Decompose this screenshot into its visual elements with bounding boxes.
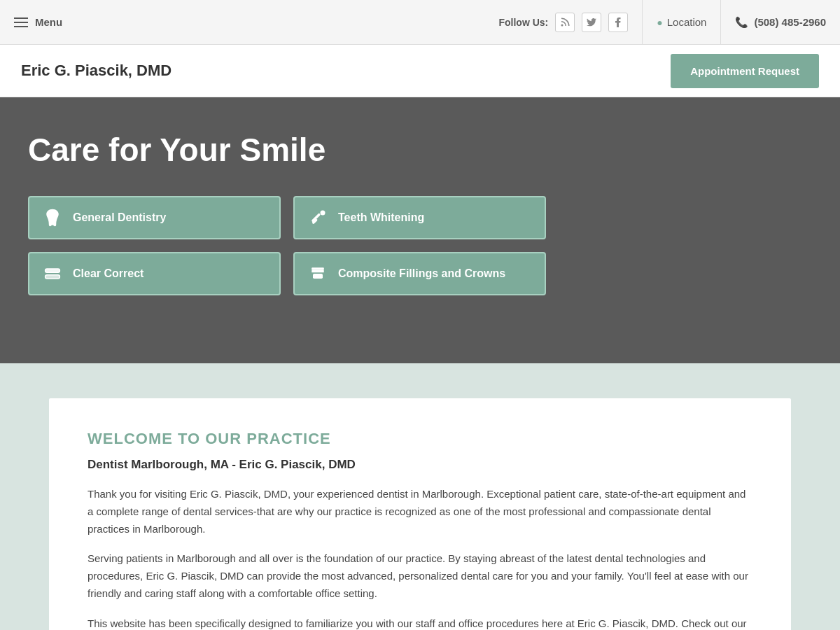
aligner-icon	[39, 260, 66, 287]
rss-icon[interactable]	[555, 13, 575, 32]
site-header: Eric G. Piascik, DMD Appointment Request	[0, 45, 840, 97]
hamburger-icon[interactable]	[14, 18, 28, 27]
fillings-crowns-label: Composite Fillings and Crowns	[338, 267, 505, 280]
top-bar: Menu Follow Us: ● Location 📞 (508) 485-2…	[0, 0, 840, 45]
teeth-whitening-button[interactable]: Teeth Whitening	[293, 196, 546, 239]
hero-title: Care for Your Smile	[28, 132, 812, 168]
svg-point-0	[561, 24, 564, 26]
facebook-icon[interactable]	[608, 13, 628, 32]
fillings-crowns-button[interactable]: Composite Fillings and Crowns	[293, 252, 546, 295]
location-label[interactable]: Location	[667, 16, 707, 28]
svg-point-2	[321, 210, 326, 215]
follow-us-section: Follow Us:	[484, 13, 642, 32]
twitter-icon[interactable]	[582, 13, 601, 32]
teeth-whitening-label: Teeth Whitening	[338, 211, 424, 224]
svg-rect-6	[312, 270, 324, 272]
content-card: WELCOME TO OUR PRACTICE Dentist Marlboro…	[49, 398, 791, 630]
clear-correct-label: Clear Correct	[73, 267, 144, 280]
practice-name: Eric G. Piascik, DMD	[21, 62, 172, 80]
menu-label[interactable]: Menu	[35, 16, 62, 28]
location-section[interactable]: ● Location	[642, 0, 721, 44]
hero-section: Care for Your Smile General Dentistry Te…	[0, 97, 840, 363]
general-dentistry-label: General Dentistry	[73, 211, 166, 224]
whitening-icon	[304, 204, 331, 231]
content-section: WELCOME TO OUR PRACTICE Dentist Marlboro…	[0, 363, 840, 630]
sub-heading: Dentist Marlborough, MA - Eric G. Piasci…	[88, 458, 752, 472]
clear-correct-button[interactable]: Clear Correct	[28, 252, 281, 295]
top-bar-right: Follow Us: ● Location 📞 (508) 485-2960	[484, 0, 840, 44]
appointment-request-button[interactable]: Appointment Request	[671, 54, 819, 88]
svg-rect-5	[46, 274, 60, 278]
svg-rect-4	[46, 269, 60, 272]
phone-number[interactable]: (508) 485-2960	[754, 16, 826, 28]
paragraph-3: This website has been specifically desig…	[88, 615, 752, 631]
menu-area[interactable]: Menu	[0, 16, 62, 28]
paragraph-1: Thank you for visiting Eric G. Piascik, …	[88, 486, 752, 538]
filling-icon	[304, 260, 331, 287]
svg-rect-8	[312, 267, 324, 270]
location-pin-icon: ●	[657, 17, 662, 28]
svg-rect-7	[313, 274, 323, 279]
general-dentistry-button[interactable]: General Dentistry	[28, 196, 281, 239]
welcome-heading: WELCOME TO OUR PRACTICE	[88, 430, 752, 448]
paragraph-2: Serving patients in Marlborough and all …	[88, 550, 752, 602]
follow-us-label: Follow Us:	[498, 17, 548, 28]
phone-section[interactable]: 📞 (508) 485-2960	[721, 16, 840, 29]
tooth-icon	[39, 204, 66, 231]
phone-icon: 📞	[735, 16, 748, 29]
hero-buttons-grid: General Dentistry Teeth Whitening Cle	[28, 196, 546, 295]
